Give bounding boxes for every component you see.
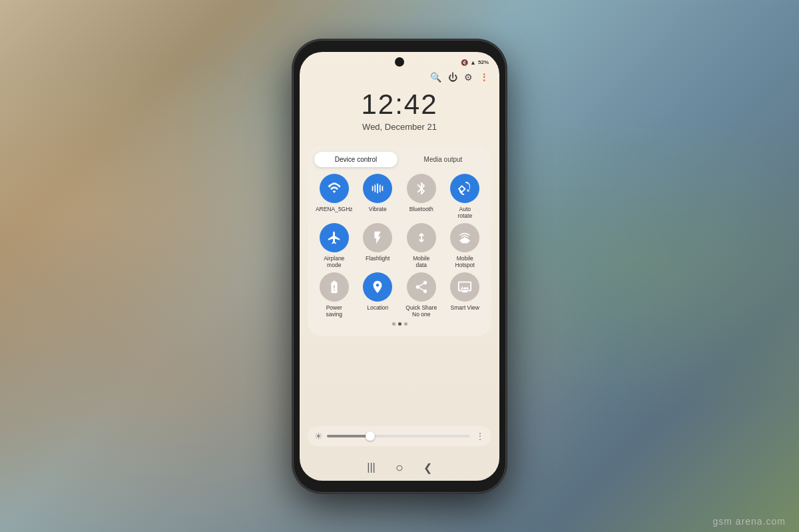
tile-quickshare[interactable]: Quick ShareNo one bbox=[401, 272, 441, 318]
tile-smartview-icon bbox=[450, 272, 479, 302]
tile-autorotate-label: Autorotate bbox=[457, 206, 472, 219]
tile-wifi[interactable]: ARENA_5GHz bbox=[314, 174, 354, 219]
dot-1 bbox=[392, 322, 396, 326]
phone-body: 🔇 ▲ 52% 🔍 ⏻ ⚙ ⋮ 12:42 Wed, December 21 bbox=[293, 40, 506, 493]
dot-2 bbox=[398, 322, 401, 326]
clock: 12:42 bbox=[300, 89, 499, 121]
brightness-more-icon[interactable]: ⋮ bbox=[475, 431, 485, 441]
tile-powersaving[interactable]: Powersaving bbox=[314, 272, 354, 318]
tile-hotspot[interactable]: MobileHotspot bbox=[445, 223, 485, 268]
tile-wifi-icon bbox=[320, 174, 349, 203]
battery-indicator: 52% bbox=[478, 59, 489, 65]
tile-quickshare-label: Quick ShareNo one bbox=[405, 304, 437, 318]
nav-recent-icon[interactable]: ||| bbox=[367, 461, 375, 473]
tile-powersaving-icon bbox=[320, 272, 349, 302]
tile-autorotate[interactable]: Autorotate bbox=[445, 174, 485, 219]
brightness-thumb[interactable] bbox=[366, 431, 375, 441]
wifi-icon: ▲ bbox=[470, 59, 476, 66]
tile-wifi-label: ARENA_5GHz bbox=[316, 206, 353, 212]
tab-media-output[interactable]: Media output bbox=[401, 152, 485, 167]
navigation-bar: ||| ○ ❮ bbox=[300, 460, 499, 475]
power-icon[interactable]: ⏻ bbox=[448, 72, 457, 83]
tile-smartview[interactable]: Smart View bbox=[445, 272, 485, 318]
time-display: 12:42 Wed, December 21 bbox=[300, 89, 499, 132]
dot-3 bbox=[404, 322, 407, 326]
tile-powersaving-label: Powersaving bbox=[326, 304, 342, 318]
pagination-dots bbox=[314, 322, 485, 326]
tile-flashlight-label: Flashlight bbox=[366, 255, 390, 262]
brightness-bar[interactable]: ☀ ⋮ bbox=[308, 426, 491, 446]
panel-tabs: Device control Media output bbox=[314, 152, 485, 167]
tile-bluetooth-label: Bluetooth bbox=[409, 206, 433, 212]
tile-mobiledata[interactable]: Mobiledata bbox=[401, 223, 441, 268]
tile-flashlight-icon bbox=[363, 223, 392, 252]
watermark: gsm arena.com bbox=[713, 516, 786, 527]
tile-vibrate[interactable]: Vibrate bbox=[358, 174, 398, 219]
tile-airplane[interactable]: Airplanemode bbox=[314, 223, 354, 268]
nav-home-icon[interactable]: ○ bbox=[396, 460, 403, 475]
tile-airplane-icon bbox=[320, 223, 349, 252]
phone-screen: 🔇 ▲ 52% 🔍 ⏻ ⚙ ⋮ 12:42 Wed, December 21 bbox=[300, 52, 499, 481]
control-panel: Device control Media output ARENA_5GHz bbox=[308, 145, 491, 336]
brightness-icon: ☀ bbox=[314, 431, 323, 441]
tile-autorotate-icon bbox=[450, 174, 479, 203]
camera-notch bbox=[395, 57, 404, 67]
tile-bluetooth-icon bbox=[407, 174, 436, 203]
brightness-track[interactable] bbox=[327, 435, 470, 437]
tile-location-icon bbox=[363, 272, 392, 302]
phone-mockup: 🔇 ▲ 52% 🔍 ⏻ ⚙ ⋮ 12:42 Wed, December 21 bbox=[293, 40, 506, 493]
brightness-fill bbox=[327, 435, 370, 437]
top-controls: 🔍 ⏻ ⚙ ⋮ bbox=[430, 72, 489, 83]
tile-quickshare-icon bbox=[407, 272, 436, 302]
tile-mobiledata-icon bbox=[407, 223, 436, 252]
search-icon[interactable]: 🔍 bbox=[430, 72, 441, 83]
nav-back-icon[interactable]: ❮ bbox=[423, 461, 432, 474]
settings-icon[interactable]: ⚙ bbox=[464, 72, 473, 83]
tiles-grid: ARENA_5GHz Vibrate Bluetooth bbox=[314, 174, 485, 318]
tile-location[interactable]: Location bbox=[358, 272, 398, 318]
tile-vibrate-label: Vibrate bbox=[369, 206, 387, 212]
tile-flashlight[interactable]: Flashlight bbox=[358, 223, 398, 268]
tile-airplane-label: Airplanemode bbox=[324, 255, 344, 268]
tile-bluetooth[interactable]: Bluetooth bbox=[401, 174, 441, 219]
tile-mobiledata-label: Mobiledata bbox=[413, 255, 429, 268]
more-icon[interactable]: ⋮ bbox=[479, 72, 489, 83]
tile-smartview-label: Smart View bbox=[451, 304, 479, 311]
tile-vibrate-icon bbox=[363, 174, 392, 203]
tile-hotspot-label: MobileHotspot bbox=[455, 255, 475, 268]
tile-hotspot-icon bbox=[450, 223, 479, 252]
date: Wed, December 21 bbox=[300, 122, 499, 132]
tab-device-control[interactable]: Device control bbox=[314, 152, 398, 167]
sound-icon: 🔇 bbox=[461, 59, 468, 66]
tile-location-label: Location bbox=[367, 304, 388, 311]
